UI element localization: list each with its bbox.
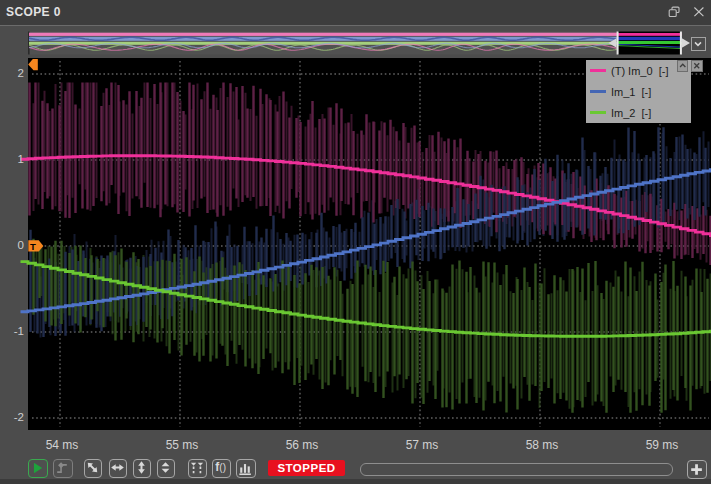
svg-text:T: T	[30, 241, 36, 252]
